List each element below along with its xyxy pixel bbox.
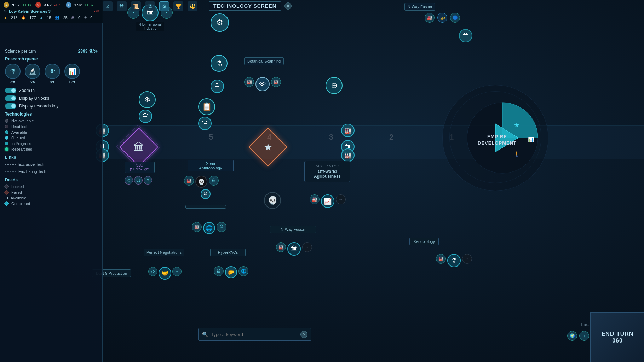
- search-input[interactable]: [211, 332, 298, 337]
- sug-icon1[interactable]: 🏭: [310, 194, 320, 204]
- toggle-research-switch[interactable]: [5, 103, 16, 109]
- search-bar[interactable]: 🔍 ✕: [198, 328, 311, 341]
- tech-screen-close[interactable]: ✕: [284, 2, 292, 10]
- deed-available-icon: [5, 197, 8, 199]
- nav-icon-trident[interactable]: 🔱: [188, 1, 197, 11]
- pn-icon1[interactable]: √✕: [148, 267, 157, 276]
- is-main-icon[interactable]: 🌐: [203, 222, 215, 234]
- tech-label-available: Available: [11, 130, 27, 134]
- empire-row: ⊕ Low Kelvin Sciences 3 -7k: [4, 9, 99, 13]
- botanical-icon2[interactable]: 🏭: [271, 77, 281, 87]
- sug-icon2[interactable]: ↔: [336, 194, 346, 204]
- empire-dev-pie[interactable]: ★ 📊 🚶: [462, 97, 543, 179]
- queue-item-2[interactable]: 👁 8⚗: [45, 64, 60, 79]
- top-nav-icons: ⚔ 🏛 📜 ⚗ ⚙ 🏆 🔱: [103, 1, 197, 11]
- nav-icon-flask[interactable]: ⚗: [145, 1, 155, 11]
- xb-icon1[interactable]: 🏭: [436, 254, 446, 264]
- is-icon2[interactable]: 🏛: [217, 222, 226, 232]
- hp-icon2[interactable]: 🌐: [238, 266, 248, 276]
- hp-icon1[interactable]: 🏛: [214, 266, 224, 276]
- xeno-icon-bottom[interactable]: 🏛: [201, 189, 211, 199]
- dot-in-progress: [5, 142, 8, 145]
- tech-not-available: Not available: [5, 119, 97, 123]
- queue-turns-0: 3⚗: [10, 80, 16, 84]
- xb-main[interactable]: ⚗: [447, 254, 461, 267]
- influence-value: 1.9k: [74, 3, 82, 7]
- deed-completed: Completed: [5, 202, 97, 206]
- nway-node-bottom[interactable]: 🏛: [459, 29, 472, 42]
- xeno-icon1[interactable]: 🏭: [184, 176, 194, 186]
- slc-icon1[interactable]: ⬡: [125, 176, 133, 185]
- queue-icon-2[interactable]: 👁: [45, 64, 60, 79]
- card-adaptive[interactable]: N-Way Fusion: [270, 226, 316, 233]
- ad-icon2[interactable]: ↔: [302, 242, 312, 252]
- label-xeno-anth: Xeno Anthropology: [188, 160, 234, 171]
- slc-icon2[interactable]: 01: [134, 176, 143, 185]
- nav-icon-scroll[interactable]: 📜: [131, 1, 141, 11]
- node-center-skull[interactable]: 💀: [264, 192, 281, 209]
- row-node-right1[interactable]: 🏭: [341, 124, 355, 137]
- botanical-main[interactable]: 👁: [255, 77, 270, 91]
- br-icon2[interactable]: ↕: [579, 331, 589, 341]
- xeno-skull[interactable]: 💀: [195, 176, 207, 188]
- tech-label-in-progress: In Progress: [11, 141, 31, 146]
- stat-pop: 218: [11, 16, 17, 20]
- deeds-title: Deeds: [5, 177, 97, 182]
- stat-ship: 0: [90, 16, 92, 20]
- is-icon1[interactable]: 🏭: [192, 222, 202, 232]
- node-col2-bot[interactable]: 🏛: [198, 117, 212, 130]
- dust-icon: ◈: [4, 2, 9, 8]
- row-node-right3[interactable]: 🏭: [341, 148, 355, 162]
- empire-name: Low Kelvin Sciences 3: [9, 9, 51, 13]
- pn-icon2[interactable]: ↔: [172, 267, 182, 276]
- nav-icon-city[interactable]: 🏛: [117, 1, 127, 11]
- node-mid-left[interactable]: ⚗: [211, 55, 228, 72]
- hp-main[interactable]: 🤛: [225, 266, 237, 278]
- pn-main[interactable]: 🤝: [159, 267, 171, 280]
- nav-icon-sword[interactable]: ⚔: [103, 1, 113, 11]
- br-icon1[interactable]: 🌍: [567, 331, 577, 341]
- queue-item-3[interactable]: 📊 12⚗: [64, 64, 80, 79]
- queue-icon-3[interactable]: 📊: [64, 64, 80, 79]
- deed-failed: Failed: [5, 190, 97, 194]
- ad-icon1[interactable]: 🏭: [276, 242, 286, 252]
- svg-text:📊: 📊: [528, 137, 534, 143]
- card-inter-species[interactable]: [185, 205, 226, 209]
- queue-icon-1[interactable]: 🔬: [25, 64, 40, 79]
- node-right-mid[interactable]: ⊕: [326, 77, 343, 94]
- sug-main[interactable]: 📈: [321, 194, 334, 208]
- xb-icon2[interactable]: ↔: [462, 254, 472, 264]
- slc-icon3[interactable]: ?: [144, 176, 152, 185]
- stat-fire-icon: 🔥: [21, 15, 26, 20]
- node-left-col2[interactable]: 🏛: [139, 110, 152, 123]
- nav-icon-gear[interactable]: ⚙: [159, 1, 169, 11]
- queue-item-1[interactable]: 🔬 5⚗: [25, 64, 40, 79]
- card-xenobiology[interactable]: Xenobiology: [409, 238, 439, 245]
- queue-item-0[interactable]: ⚗ 3⚗: [5, 64, 21, 79]
- nway-icon3[interactable]: 🔵: [450, 13, 460, 23]
- search-close-btn[interactable]: ✕: [300, 331, 307, 338]
- nav-icon-trophy[interactable]: 🏆: [173, 1, 183, 11]
- card-perfect-neg[interactable]: Perfect Negotiations: [144, 249, 184, 256]
- end-turn-button[interactable]: END TURN 060: [590, 312, 644, 362]
- queue-icon-0[interactable]: ⚗: [5, 64, 21, 79]
- left-panel: ◈ 9.5k +1.1k ⚙ 3.6k -139 ★ 1.9k +1.3k ⊕ …: [0, 0, 103, 362]
- industry-icon: ⚙: [35, 2, 41, 8]
- ad-main[interactable]: 🏛: [287, 242, 301, 256]
- node-mid-left2[interactable]: 🏛: [211, 80, 224, 93]
- toggle-zoom-in[interactable]: Zoom In: [5, 88, 97, 93]
- node-col2-top[interactable]: 📋: [198, 98, 215, 115]
- xeno-icon2[interactable]: 🏛: [209, 176, 219, 186]
- search-icon: 🔍: [202, 332, 208, 337]
- toggle-display-unlocks[interactable]: Display Unlocks: [5, 95, 97, 101]
- nway-icon2[interactable]: 🚁: [437, 13, 447, 23]
- node-left-col1[interactable]: ❄: [139, 91, 156, 108]
- node-top-center[interactable]: ⚙: [211, 13, 229, 32]
- toggle-unlocks-switch[interactable]: [5, 95, 16, 101]
- botanical-icon1[interactable]: 🏭: [244, 77, 254, 87]
- toggle-zoom-switch[interactable]: [5, 88, 16, 93]
- toggle-display-research-key[interactable]: Display research key: [5, 103, 97, 109]
- link-facilitating: Facilitating Tech: [5, 169, 97, 174]
- nway-icon1[interactable]: 🏭: [425, 13, 435, 23]
- card-hyperpacs[interactable]: HyperPACs: [210, 249, 246, 256]
